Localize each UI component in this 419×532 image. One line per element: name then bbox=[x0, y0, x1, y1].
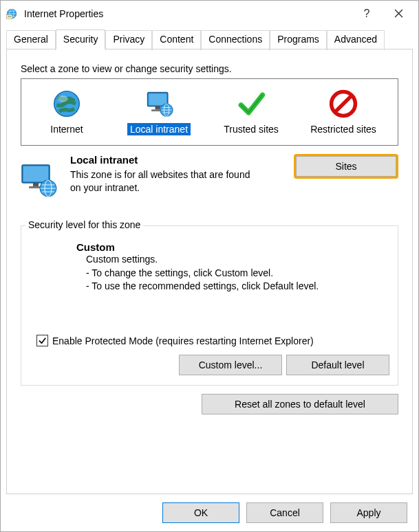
zone-local-intranet[interactable]: Local intranet bbox=[118, 83, 200, 140]
tab-connections[interactable]: Connections bbox=[201, 30, 270, 50]
monitor-globe-large-icon bbox=[18, 159, 59, 201]
zone-label: Restricted sites bbox=[308, 123, 379, 135]
zone-heading: Local intranet bbox=[70, 154, 283, 166]
custom-line: - To use the recommended settings, click… bbox=[86, 280, 389, 293]
internet-properties-dialog: Internet Properties ? General Security P… bbox=[0, 0, 419, 532]
zone-label: Trusted sites bbox=[221, 123, 281, 135]
tab-programs[interactable]: Programs bbox=[270, 30, 327, 50]
checkmark-icon bbox=[235, 87, 268, 120]
custom-line: Custom settings. bbox=[86, 253, 389, 267]
prohibited-icon bbox=[327, 87, 360, 120]
zone-label: Local intranet bbox=[127, 123, 191, 135]
svg-rect-3 bbox=[8, 16, 11, 16]
close-button[interactable] bbox=[383, 3, 414, 25]
zone-instruction: Select a zone to view or change security… bbox=[21, 63, 398, 74]
svg-rect-18 bbox=[33, 183, 39, 186]
reset-zones-button[interactable]: Reset all zones to default level bbox=[202, 394, 398, 414]
svg-rect-9 bbox=[149, 94, 166, 106]
tab-security[interactable]: Security bbox=[56, 30, 106, 49]
tabstrip: General Security Privacy Content Connect… bbox=[1, 26, 418, 49]
zone-internet[interactable]: Internet bbox=[25, 83, 108, 140]
apply-button[interactable]: Apply bbox=[330, 502, 407, 523]
tab-general[interactable]: General bbox=[6, 30, 56, 50]
zone-label: Internet bbox=[47, 123, 85, 135]
custom-title: Custom bbox=[76, 241, 389, 253]
checkbox-label: Enable Protected Mode (requires restarti… bbox=[52, 335, 314, 346]
svg-rect-4 bbox=[8, 16, 11, 17]
titlebar: Internet Properties ? bbox=[1, 1, 418, 26]
custom-level-button[interactable]: Custom level... bbox=[179, 355, 282, 375]
zone-restricted-sites[interactable]: Restricted sites bbox=[302, 83, 385, 140]
tab-advanced[interactable]: Advanced bbox=[327, 30, 385, 50]
dialog-buttons: OK Cancel Apply bbox=[1, 494, 418, 531]
security-panel: Select a zone to view or change security… bbox=[6, 49, 413, 494]
svg-point-7 bbox=[58, 96, 68, 102]
svg-rect-17 bbox=[23, 166, 48, 181]
ok-button[interactable]: OK bbox=[162, 502, 239, 523]
default-level-button[interactable]: Default level bbox=[286, 355, 389, 375]
tab-privacy[interactable]: Privacy bbox=[105, 30, 152, 50]
zone-description: This zone is for all websites that are f… bbox=[70, 168, 256, 195]
app-icon bbox=[5, 7, 19, 21]
enable-protected-mode-checkbox[interactable] bbox=[36, 335, 48, 346]
tab-content[interactable]: Content bbox=[152, 30, 201, 50]
security-level-fieldset: Security level for this zone Custom Cust… bbox=[21, 225, 398, 386]
zone-list[interactable]: Internet Local intranet bbox=[21, 78, 398, 146]
globe-icon bbox=[50, 87, 83, 120]
cancel-button[interactable]: Cancel bbox=[246, 502, 323, 523]
zone-info: Local intranet This zone is for all webs… bbox=[21, 154, 398, 201]
svg-rect-10 bbox=[155, 107, 160, 110]
fieldset-legend: Security level for this zone bbox=[25, 219, 143, 230]
custom-settings-text: Custom Custom settings. - To change the … bbox=[76, 241, 389, 293]
window-title: Internet Properties bbox=[24, 8, 351, 19]
zone-trusted-sites[interactable]: Trusted sites bbox=[210, 83, 292, 140]
monitor-globe-icon bbox=[142, 87, 175, 120]
help-button[interactable]: ? bbox=[351, 3, 383, 25]
svg-line-15 bbox=[335, 96, 352, 112]
custom-line: - To change the settings, click Custom l… bbox=[86, 267, 389, 280]
sites-button[interactable]: Sites bbox=[296, 156, 396, 177]
